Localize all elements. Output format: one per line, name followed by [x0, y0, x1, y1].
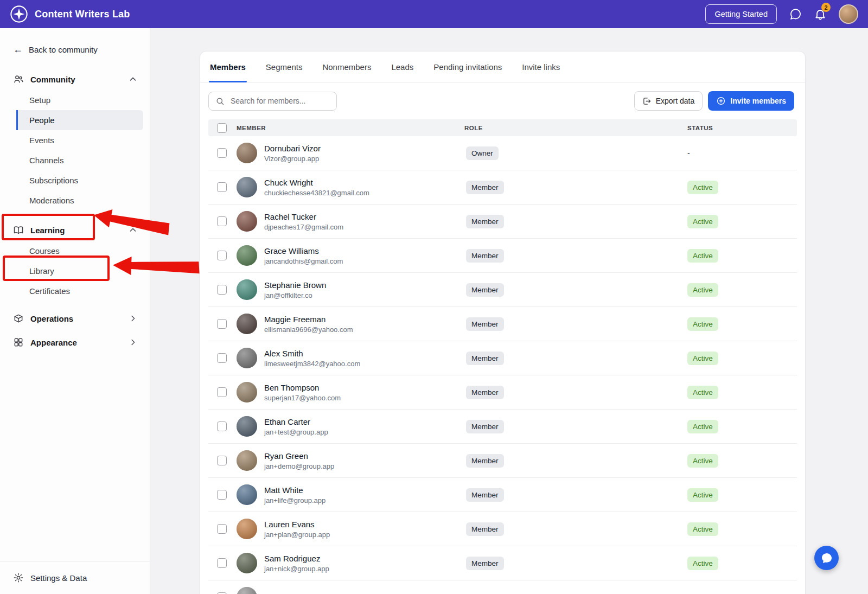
member-name: Grace Williams: [264, 246, 343, 256]
learning-book-icon: [13, 225, 24, 235]
sidebar-item-setup[interactable]: Setup: [0, 90, 150, 110]
row-checkbox[interactable]: [217, 524, 227, 534]
row-checkbox[interactable]: [217, 182, 227, 192]
chat-launcher-button[interactable]: [814, 546, 839, 570]
role-badge: Member: [466, 181, 504, 194]
avatar: [237, 416, 257, 437]
avatar: [237, 143, 257, 163]
row-checkbox[interactable]: [217, 251, 227, 260]
members-table: MEMBER ROLE STATUS Dornubari VizorVizor@…: [208, 119, 797, 594]
member-name: Ethan Carter: [264, 417, 328, 427]
column-header-member: MEMBER: [234, 125, 464, 131]
sidebar-section-learning[interactable]: Learning: [0, 219, 150, 241]
tab-invite-links[interactable]: Invite links: [521, 52, 561, 82]
member-name: Lauren Evans: [264, 519, 330, 529]
status-badge: Active: [687, 181, 718, 194]
row-checkbox[interactable]: [217, 558, 227, 568]
tab-nonmembers[interactable]: Nonmembers: [321, 52, 372, 82]
learning-items: CoursesLibraryCertificates: [0, 241, 150, 301]
member-email: jan+life@group.app: [264, 496, 326, 505]
invite-members-button[interactable]: Invite members: [708, 91, 794, 111]
tabs: MembersSegmentsNonmembersLeadsPending in…: [200, 52, 805, 82]
export-icon: [642, 97, 652, 106]
row-checkbox[interactable]: [217, 216, 227, 226]
row-checkbox[interactable]: [217, 319, 227, 329]
tab-segments[interactable]: Segments: [265, 52, 304, 82]
table-row: Matt Whitejan+life@group.appMemberActive: [208, 478, 797, 512]
member-name: Dornubari Vizor: [264, 143, 321, 154]
sidebar-item-moderations[interactable]: Moderations: [0, 190, 150, 210]
table-row: Lauren Evansjan+plan@group.appMemberActi…: [208, 512, 797, 546]
sidebar-item-courses[interactable]: Courses: [0, 241, 150, 261]
sidebar-item-subscriptions[interactable]: Subscriptions: [0, 170, 150, 190]
community-items: SetupPeopleEventsChannelsSubscriptionsMo…: [0, 90, 150, 210]
member-name: Sam Rodriguez: [264, 553, 329, 564]
sidebar-item-people[interactable]: People: [16, 110, 143, 130]
community-section-label: Community: [30, 75, 75, 84]
status-badge: Active: [687, 488, 718, 502]
status-badge: Active: [687, 249, 718, 263]
table-row: Dornubari VizorVizor@group.appOwner-: [208, 136, 797, 170]
screen: Content Writers Lab Getting Started 2 ← …: [0, 0, 868, 594]
column-header-status: STATUS: [683, 125, 797, 131]
tab-leads[interactable]: Leads: [390, 52, 414, 82]
notification-count-badge: 2: [821, 3, 831, 12]
messages-icon[interactable]: [789, 8, 802, 21]
sidebar-section-community[interactable]: Community: [0, 68, 150, 90]
back-to-community-link[interactable]: ← Back to community: [13, 44, 137, 54]
chevron-right-icon: [128, 337, 138, 347]
user-avatar[interactable]: [839, 4, 858, 24]
table-header-row: MEMBER ROLE STATUS: [208, 119, 797, 136]
member-email: superjan17@yahoo.com: [264, 393, 341, 403]
avatar: [237, 553, 257, 573]
sidebar-section-appearance[interactable]: Appearance: [0, 331, 150, 353]
row-checkbox[interactable]: [217, 353, 227, 363]
member-name: Rachel Tucker: [264, 212, 343, 222]
row-checkbox[interactable]: [217, 387, 227, 397]
sidebar-item-events[interactable]: Events: [0, 130, 150, 150]
avatar: [237, 177, 257, 197]
export-data-button[interactable]: Export data: [634, 91, 703, 111]
sidebar-item-channels[interactable]: Channels: [0, 150, 150, 170]
row-checkbox[interactable]: [217, 421, 227, 431]
getting-started-button[interactable]: Getting Started: [705, 4, 777, 24]
avatar: [237, 211, 257, 232]
member-email: Vizor@group.app: [264, 154, 321, 163]
table-row: Ryan Greenjan+demo@group.appMemberActive: [208, 444, 797, 478]
member-email: jan+test@group.app: [264, 427, 328, 437]
row-checkbox[interactable]: [217, 490, 227, 500]
app-logo-icon: [10, 5, 28, 23]
row-checkbox[interactable]: [217, 148, 227, 158]
back-arrow-icon: ←: [13, 44, 23, 54]
select-all-checkbox[interactable]: [217, 123, 227, 133]
member-name: Alex Smith: [264, 348, 360, 359]
role-badge: Member: [466, 283, 504, 297]
member-email: jan@offkilter.co: [264, 291, 326, 300]
back-to-community-label: Back to community: [29, 45, 98, 54]
status-badge: Active: [687, 352, 718, 365]
role-badge: Member: [466, 317, 504, 331]
toolbar: Export data Invite members: [200, 82, 805, 119]
tab-pending-invitations[interactable]: Pending invitations: [432, 52, 503, 82]
row-checkbox[interactable]: [217, 456, 227, 465]
sidebar-section-operations[interactable]: Operations: [0, 308, 150, 329]
search-input[interactable]: [229, 96, 330, 106]
tab-members[interactable]: Members: [209, 52, 247, 82]
role-badge: Member: [466, 557, 504, 570]
settings-and-data-link[interactable]: Settings & Data: [0, 561, 150, 594]
row-checkbox[interactable]: [217, 285, 227, 295]
sidebar-item-certificates[interactable]: Certificates: [0, 281, 150, 301]
status-badge: Active: [687, 386, 718, 399]
member-search[interactable]: [208, 92, 337, 111]
table-row: Stephanie Brownjan@offkilter.coMemberAct…: [208, 273, 797, 307]
notifications-bell-icon[interactable]: 2: [814, 8, 827, 21]
sidebar: ← Back to community Community SetupPeopl…: [0, 28, 150, 594]
sidebar-item-library[interactable]: Library: [0, 261, 150, 281]
role-badge: Member: [466, 488, 504, 502]
member-name: Stephanie Brown: [264, 280, 326, 290]
member-email: jan+demo@group.app: [264, 462, 334, 471]
status-badge: Active: [687, 522, 718, 536]
appearance-section-label: Appearance: [30, 338, 77, 347]
avatar: [237, 587, 257, 594]
avatar: [237, 348, 257, 368]
